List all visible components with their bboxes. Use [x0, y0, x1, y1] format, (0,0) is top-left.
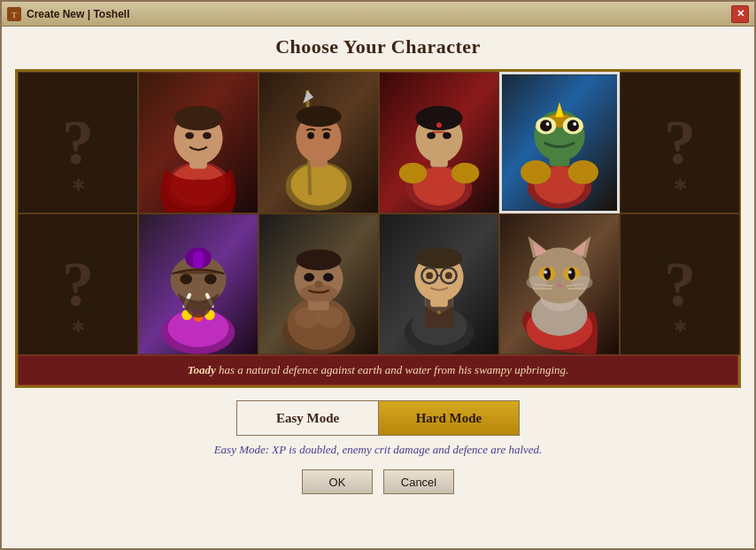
character-orc[interactable] — [138, 213, 258, 355]
svg-point-8 — [185, 132, 194, 139]
character-unknown-4[interactable]: ? ✱ — [620, 213, 740, 355]
svg-point-67 — [323, 273, 334, 282]
svg-point-18 — [307, 132, 314, 139]
svg-point-64 — [296, 250, 341, 271]
mode-section: Easy Mode Hard Mode Easy Mode: XP is dou… — [214, 400, 543, 457]
svg-point-17 — [296, 106, 341, 128]
svg-point-24 — [451, 163, 480, 184]
mode-buttons: Easy Mode Hard Mode — [236, 400, 520, 436]
question-mark-3: ? — [62, 252, 94, 316]
question-mark-4: ? — [664, 252, 696, 316]
window-title: Create New | Toshell — [27, 8, 130, 20]
svg-point-34 — [521, 160, 551, 184]
titlebar: T Create New | Toshell ✕ — [2, 2, 754, 27]
svg-point-81 — [426, 272, 433, 279]
svg-point-56 — [204, 274, 217, 284]
character-warrior[interactable] — [138, 72, 258, 213]
asterisk-1: ✱ — [72, 175, 85, 195]
question-mark-1: ? — [62, 111, 94, 174]
svg-point-96 — [544, 270, 547, 274]
svg-point-104 — [572, 275, 593, 290]
mode-description: Easy Mode: XP is doubled, enemy crit dam… — [214, 443, 543, 457]
easy-mode-button[interactable]: Easy Mode — [236, 400, 378, 436]
character-unknown-2[interactable]: ? ✱ — [620, 72, 740, 213]
svg-point-7 — [174, 106, 222, 131]
svg-point-82 — [445, 272, 452, 279]
svg-point-97 — [568, 270, 572, 274]
titlebar-left: T Create New | Toshell — [7, 7, 130, 21]
svg-point-42 — [567, 120, 579, 131]
character-grid: ? ✱ — [18, 72, 738, 355]
svg-rect-54 — [193, 252, 204, 269]
asterisk-3: ✱ — [72, 317, 85, 337]
hard-mode-button[interactable]: Hard Mode — [378, 400, 520, 436]
svg-point-23 — [399, 163, 428, 184]
page-title: Choose Your Character — [275, 35, 481, 58]
main-window: T Create New | Toshell ✕ Choose Your Cha… — [0, 0, 756, 550]
svg-point-19 — [323, 132, 330, 139]
svg-point-30 — [436, 122, 442, 128]
svg-point-68 — [314, 281, 323, 288]
character-description: Toady has a natural defence against eart… — [18, 355, 738, 385]
asterisk-2: ✱ — [674, 175, 687, 195]
svg-point-77 — [415, 248, 462, 269]
app-icon: T — [7, 7, 21, 21]
svg-point-41 — [540, 120, 552, 131]
character-grid-container: ? ✱ — [15, 69, 741, 388]
svg-point-66 — [304, 273, 314, 282]
svg-point-74 — [437, 311, 441, 314]
character-archer[interactable] — [258, 72, 379, 213]
character-fighter[interactable] — [258, 213, 379, 355]
svg-point-55 — [180, 274, 192, 284]
svg-point-103 — [527, 275, 548, 290]
question-mark-2: ? — [664, 111, 696, 174]
svg-point-28 — [427, 132, 436, 139]
description-text: has a natural defence against earth and … — [216, 363, 569, 376]
close-button[interactable]: ✕ — [731, 5, 749, 23]
character-cat[interactable] — [499, 213, 620, 355]
dialog-content: Choose Your Character ? ✱ — [2, 27, 754, 548]
character-unknown-3[interactable]: ? ✱ — [18, 213, 138, 355]
svg-point-29 — [443, 132, 451, 139]
footer-buttons: OK Cancel — [302, 469, 454, 494]
ok-button[interactable]: OK — [302, 469, 373, 494]
svg-text:T: T — [12, 11, 17, 19]
asterisk-4: ✱ — [674, 317, 687, 337]
svg-point-43 — [546, 122, 550, 126]
svg-point-44 — [573, 122, 576, 126]
svg-point-9 — [203, 132, 212, 139]
character-scholar[interactable] — [379, 213, 499, 355]
character-unknown-1[interactable]: ? ✱ — [18, 72, 138, 213]
character-rogue[interactable] — [379, 72, 499, 213]
cancel-button[interactable]: Cancel — [383, 469, 454, 494]
character-name: Toady — [188, 363, 216, 376]
svg-point-35 — [568, 160, 598, 184]
svg-point-12 — [290, 164, 346, 205]
character-toady[interactable] — [499, 72, 620, 213]
svg-point-87 — [529, 248, 590, 304]
